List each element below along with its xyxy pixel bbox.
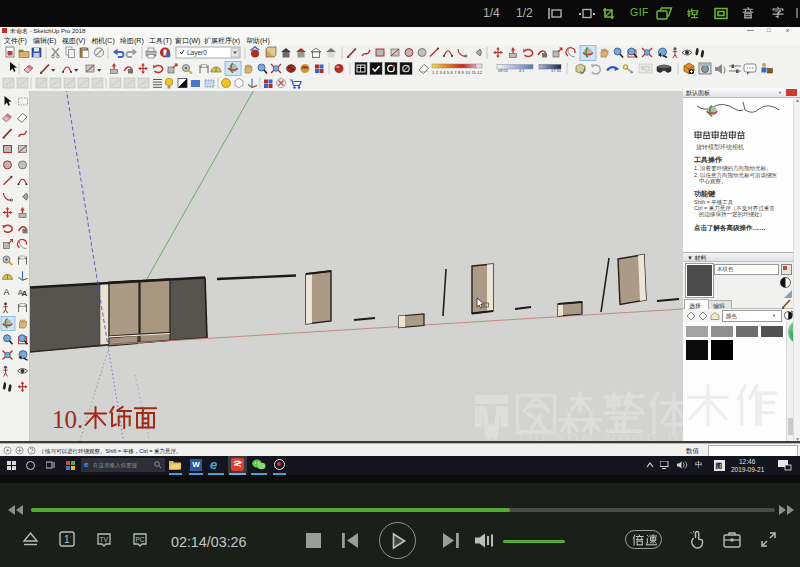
svg-text:1 2 3 4 5 6 7 8 9 10 11 12: 1 2 3 4 5 6 7 8 9 10 11 12 xyxy=(432,70,483,75)
svg-text:PC: PC xyxy=(136,536,145,543)
svg-text:17:30: 17:30 xyxy=(551,68,562,73)
svg-text:08:55: 08:55 xyxy=(498,68,509,73)
svg-text:10.: 10. xyxy=(52,406,83,433)
svg-text:TUCSON WOOD·DR: TUCSON WOOD·DR xyxy=(517,431,683,441)
svg-text:Layer0: Layer0 xyxy=(187,49,207,57)
svg-text:TV: TV xyxy=(100,536,109,543)
svg-text:A: A xyxy=(22,289,28,298)
svg-text:A: A xyxy=(4,287,10,297)
svg-text:1: 1 xyxy=(64,534,70,545)
svg-text:4:1: 4:1 xyxy=(519,68,525,73)
